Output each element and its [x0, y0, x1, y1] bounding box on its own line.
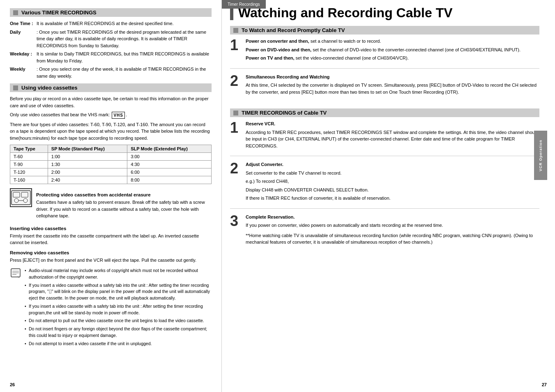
notes-box: Audio-visual material may include works … — [10, 267, 212, 348]
section-title-cassettes: Using video cassettes — [10, 83, 212, 92]
svg-rect-0 — [12, 191, 30, 205]
step-1-content: Power on converter and then, set a chann… — [246, 38, 539, 63]
cassettes-body3: There are four types of video cassettes:… — [10, 121, 212, 142]
left-page: Various TIMER RECORDINGS One Time : It i… — [0, 0, 222, 392]
step-2-timer: 2 Adjust Converter. Set converter to the… — [230, 161, 539, 209]
step-t3-note: **Home watching cable TV is unavailable … — [246, 232, 539, 246]
table-row: T-601:003:00 — [10, 153, 212, 161]
step1-line2: Power on DVD-video and then, set the cha… — [246, 46, 539, 53]
protect-title: Protecting video cassettes from accident… — [36, 192, 212, 197]
timer-def-list: One Time : It is available of TIMER RECO… — [10, 20, 212, 79]
step-number-t1: 1 — [230, 120, 242, 151]
step-number-2: 2 — [230, 74, 242, 97]
step-t3-title: Complete Reservation. — [246, 214, 539, 221]
weekly-item: Weekly : Once you select one day of the … — [10, 66, 212, 79]
note-item: If you insert a video cassette without a… — [25, 282, 212, 302]
svg-point-3 — [14, 198, 18, 203]
section-title-watch: To Watch and Record Promptly Cable TV — [230, 26, 539, 35]
notes-content: Audio-visual material may include works … — [25, 267, 212, 348]
svg-rect-1 — [13, 192, 20, 197]
step-t1-title: Reserve VCR. — [246, 120, 539, 127]
page-number-left: 26 — [10, 382, 15, 387]
section-timer-recordings: Various TIMER RECORDINGS One Time : It i… — [10, 8, 212, 79]
right-content: Watching and Recording Cable TV To Watch… — [230, 4, 547, 257]
vhs-mark: VHS — [112, 112, 125, 119]
side-tab: VCR Operation — [534, 131, 547, 180]
step-number-t2: 2 — [230, 161, 242, 203]
table-row: T-901:304:30 — [10, 161, 212, 168]
table-header-row: Tape Type SP Mode (Standard Play) SLP Mo… — [10, 145, 212, 153]
note-item: Audio-visual material may include works … — [25, 267, 212, 281]
step-t3-content: Complete Reservation. If you power on co… — [246, 214, 539, 247]
main-title: Watching and Recording Cable TV — [230, 4, 539, 20]
svg-rect-2 — [21, 192, 28, 197]
step-number-1: 1 — [230, 38, 242, 63]
col-slp-mode: SLP Mode (Extended Play) — [127, 145, 212, 153]
step-3-timer: 3 Complete Reservation. If you power on … — [230, 214, 539, 252]
right-main: Watching and Recording Cable TV To Watch… — [230, 4, 539, 257]
tape-table: Tape Type SP Mode (Standard Play) SLP Mo… — [10, 145, 212, 184]
col-sp-mode: SP Mode (Standard Play) — [48, 145, 127, 153]
section-watch-record: To Watch and Record Promptly Cable TV 1 … — [230, 26, 539, 102]
cassette-icon — [10, 188, 32, 207]
step1-line1: Power on converter and then, set a chann… — [246, 38, 539, 45]
svg-point-4 — [23, 198, 28, 203]
remove-body: Press [EJECT] on the front panel and the… — [10, 257, 212, 264]
table-row: T-1602:408:00 — [10, 176, 212, 184]
step-t1-content: Reserve VCR. According to TIMER REC proc… — [246, 120, 539, 151]
insert-body: Firmly insert the cassette into the cass… — [10, 233, 212, 246]
section-title-timer-cable: TIMER RECORDINGS of Cable TV — [230, 108, 539, 117]
section-video-cassettes: Using video cassettes Before you play or… — [10, 83, 212, 348]
step-t1-body: According to TIMER REC procedures, selec… — [246, 129, 539, 150]
step-number-t3: 3 — [230, 214, 242, 247]
note-item: Do not attempt to pull out the video cas… — [25, 318, 212, 324]
notes-icon — [10, 267, 21, 279]
col-tape-type: Tape Type — [10, 145, 48, 153]
step2-title: Simultaneous Recording and Watching — [246, 74, 539, 81]
cassettes-body1: Before you play or record on a video cas… — [10, 95, 212, 109]
note-item: Do not insert fingers or any foreign obj… — [25, 326, 212, 339]
table-row: T-1202:006:00 — [10, 168, 212, 176]
step-1-watch: 1 Power on converter and then, set a cha… — [230, 38, 539, 69]
section-title-timer: Various TIMER RECORDINGS — [10, 8, 212, 17]
section-timer-cable: TIMER RECORDINGS of Cable TV 1 Reserve V… — [230, 108, 539, 252]
right-sidebar: VCR Operation — [539, 4, 547, 257]
protect-box: Protecting video cassettes from accident… — [10, 188, 212, 222]
step2-body: At this time, CH selected by the convert… — [246, 82, 539, 95]
daily-item: Daily : Once you set TIMER RECORDINGS of… — [10, 29, 212, 49]
weekday-item: Weekday : It is similar to Daily TIMER R… — [10, 51, 212, 64]
step-t2-content: Adjust Converter. Set converter to the c… — [246, 161, 539, 203]
step-2-content: Simultaneous Recording and Watching At t… — [246, 74, 539, 97]
tab-label: Timer Recordings — [222, 0, 266, 9]
remove-title: Removing video cassettes — [10, 250, 212, 255]
note-item: If you insert a video cassette with a sa… — [25, 303, 212, 316]
step-t2-lines: Set converter to the cable TV channel to… — [246, 170, 539, 202]
cassettes-body2: Only use video cassettes that bear the V… — [10, 111, 212, 119]
right-page: Watching and Recording Cable TV To Watch… — [222, 0, 555, 392]
protect-text-block: Protecting video cassettes from accident… — [36, 188, 212, 222]
one-time-item: One Time : It is available of TIMER RECO… — [10, 20, 212, 27]
step1-line3: Power on TV and then, set the video-conn… — [246, 55, 539, 62]
insert-title: Inserting video cassettes — [10, 226, 212, 231]
step-t2-title: Adjust Converter. — [246, 161, 539, 168]
page-number-right: 27 — [542, 382, 547, 387]
step-1-timer: 1 Reserve VCR. According to TIMER REC pr… — [230, 120, 539, 156]
step-t3-body: If you power on converter, video powers … — [246, 222, 539, 229]
protect-body: Cassettes have a safety tab to prevent e… — [36, 199, 212, 219]
step-2-watch: 2 Simultaneous Recording and Watching At… — [230, 74, 539, 102]
note-item: Do not attempt to insert a video cassett… — [25, 341, 212, 347]
